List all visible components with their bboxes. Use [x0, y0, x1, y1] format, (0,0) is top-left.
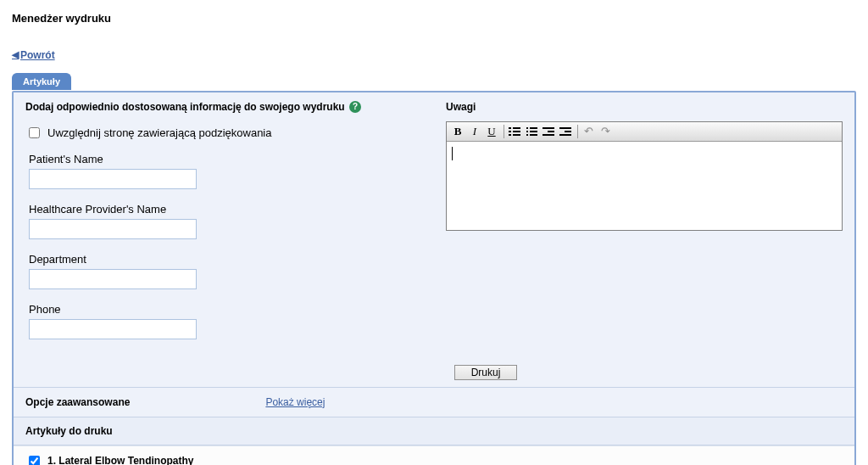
include-thanks-label: Uwzględnij stronę zawierającą podziękowa… — [47, 126, 271, 139]
remarks-heading: Uwagi — [446, 101, 843, 113]
outdent-icon — [542, 126, 554, 137]
undo-icon: ↶ — [584, 125, 593, 138]
back-caret-icon: ◀ — [12, 49, 19, 60]
back-link[interactable]: ◀ Powrót — [12, 49, 55, 61]
redo-button[interactable]: ↷ — [598, 124, 613, 139]
back-link-label: Powrót — [20, 49, 55, 61]
provider-name-input[interactable] — [29, 219, 197, 239]
article-row: 1. Lateral Elbow Tendinopathy — [14, 445, 854, 466]
ordered-list-button[interactable] — [507, 124, 522, 139]
phone-label: Phone — [29, 303, 434, 316]
phone-input[interactable] — [29, 319, 197, 339]
unordered-list-icon — [526, 126, 537, 137]
remarks-editor: B I U ↶ ↷ — [446, 121, 843, 231]
text-caret-icon — [452, 147, 453, 160]
custom-info-heading: Dodaj odpowiednio dostosowaną informację… — [25, 101, 345, 113]
remarks-section: Uwagi B I U ↶ ↷ — [446, 92, 854, 365]
undo-button[interactable]: ↶ — [581, 124, 596, 139]
outdent-button[interactable] — [541, 124, 556, 139]
article-label: 1. Lateral Elbow Tendinopathy — [47, 455, 193, 465]
page-title: Menedżer wydruku — [12, 12, 856, 25]
unordered-list-button[interactable] — [524, 124, 539, 139]
advanced-toggle-link[interactable]: Pokaż więcej — [265, 396, 325, 408]
department-input[interactable] — [29, 269, 197, 289]
help-icon[interactable]: ? — [349, 101, 361, 113]
tab-bar: Artykuły — [12, 73, 856, 92]
tab-articles[interactable]: Artykuły — [12, 73, 71, 90]
department-label: Department — [29, 253, 434, 266]
advanced-heading: Opcje zaawansowane — [25, 396, 130, 408]
provider-name-label: Healthcare Provider's Name — [29, 203, 434, 216]
main-panel: Dodaj odpowiednio dostosowaną informację… — [12, 91, 856, 466]
bold-button[interactable]: B — [450, 124, 465, 139]
remarks-toolbar: B I U ↶ ↷ — [447, 122, 842, 142]
toolbar-separator — [577, 125, 578, 138]
remarks-textarea[interactable] — [447, 142, 842, 230]
italic-button[interactable]: I — [467, 124, 482, 139]
underline-button[interactable]: U — [484, 124, 499, 139]
indent-button[interactable] — [558, 124, 573, 139]
toolbar-separator — [504, 125, 504, 138]
patient-name-label: Patient's Name — [29, 153, 434, 165]
indent-icon — [559, 126, 571, 137]
redo-icon: ↷ — [601, 125, 610, 138]
custom-info-section: Dodaj odpowiednio dostosowaną informację… — [14, 92, 446, 365]
include-thanks-checkbox[interactable] — [29, 127, 40, 138]
articles-heading: Artykuły do druku — [14, 417, 854, 445]
article-checkbox[interactable] — [29, 456, 40, 466]
print-button[interactable]: Drukuj — [454, 365, 517, 380]
patient-name-input[interactable] — [29, 169, 197, 189]
ordered-list-icon — [509, 126, 520, 137]
